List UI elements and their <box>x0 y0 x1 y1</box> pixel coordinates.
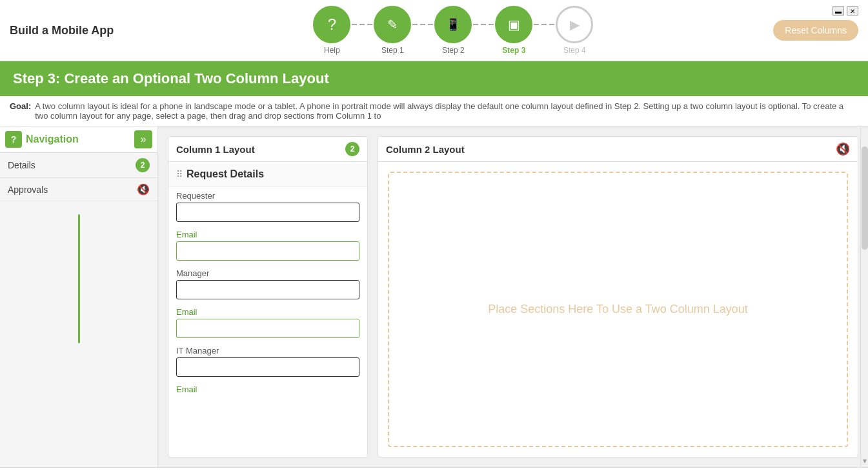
requester-label: Requester <box>176 191 359 201</box>
email2-input[interactable] <box>176 319 359 338</box>
sidebar-title: Navigation <box>26 134 130 145</box>
field-email-2: Email <box>168 303 367 342</box>
column2-title: Column 2 Layout <box>386 144 465 155</box>
email3-label: Email <box>176 385 359 394</box>
step-4[interactable]: ▶ Step 4 <box>556 6 593 55</box>
columns-wrapper: Column 1 Layout 2 ⠿ Request Details Requ… <box>158 126 868 467</box>
dash-2 <box>411 24 434 37</box>
goal-text: A two column layout is ideal for a phone… <box>35 101 858 121</box>
step-1-circle: ✎ <box>374 6 411 43</box>
step-2-circle: 📱 <box>434 6 472 43</box>
step-1[interactable]: ✎ Step 1 <box>374 6 411 55</box>
field-requester: Requester <box>168 187 367 226</box>
step-2[interactable]: 📱 Step 2 <box>434 6 472 55</box>
manager-input[interactable] <box>176 280 359 299</box>
field-email-3: Email <box>168 381 367 400</box>
manager-label: Manager <box>176 268 359 278</box>
scrollbar-track[interactable]: ▼ <box>860 126 868 467</box>
scroll-down-arrow[interactable]: ▼ <box>862 457 868 465</box>
step-3[interactable]: ▣ Step 3 <box>495 6 532 55</box>
sidebar: ? Navigation » Details 2 Approvals 🔇 <box>0 126 158 467</box>
sidebar-header: ? Navigation » <box>0 126 157 153</box>
sidebar-divider <box>78 214 80 343</box>
sidebar-details-label: Details <box>8 160 136 170</box>
sidebar-details-badge: 2 <box>136 158 150 172</box>
requester-input[interactable] <box>176 203 359 222</box>
step-help-circle: ? <box>313 6 350 43</box>
step-3-circle: ▣ <box>495 6 532 43</box>
main-content: ? Navigation » Details 2 Approvals 🔇 Col… <box>0 126 868 467</box>
step-1-label: Step 1 <box>381 46 404 55</box>
sidebar-nav-arrow[interactable]: » <box>134 130 152 148</box>
dash-1 <box>350 24 374 37</box>
content-area: Column 1 Layout 2 ⠿ Request Details Requ… <box>158 126 868 467</box>
sidebar-approvals-icon: 🔇 <box>137 183 150 195</box>
dash-4 <box>532 24 556 37</box>
section-title-row: ⠿ Request Details <box>168 162 367 187</box>
drop-area[interactable]: Place Sections Here To Use a Two Column … <box>388 172 848 447</box>
sidebar-help-badge: ? <box>5 131 22 148</box>
sidebar-approvals-label: Approvals <box>8 185 137 195</box>
field-email-1: Email <box>168 226 367 265</box>
section-name: Request Details <box>187 168 264 180</box>
step-help-label: Help <box>324 46 340 55</box>
email1-label: Email <box>176 230 359 239</box>
column1-title: Column 1 Layout <box>176 144 255 155</box>
column2-body: Place Sections Here To Use a Two Column … <box>378 162 858 457</box>
column2-layout: Column 2 Layout 🔇 Place Sections Here To… <box>378 136 858 457</box>
reset-columns-button[interactable]: Reset Columns <box>773 20 858 41</box>
email2-label: Email <box>176 307 359 317</box>
dash-3 <box>472 24 495 37</box>
field-manager: Manager <box>168 265 367 303</box>
step-header: Step 3: Create an Optional Two Column La… <box>0 61 868 96</box>
goal-label: Goal: <box>10 101 31 111</box>
it-manager-label: IT Manager <box>176 346 359 356</box>
column2-header: Column 2 Layout 🔇 <box>378 137 858 162</box>
column1-header: Column 1 Layout 2 <box>168 137 367 162</box>
wizard-steps: ? Help ✎ Step 1 📱 Step 2 ▣ Step 3 <box>133 6 773 55</box>
minimize-button[interactable]: ▬ <box>833 6 844 15</box>
goal-bar: Goal: A two column layout is ideal for a… <box>0 96 868 126</box>
step-header-title: Step 3: Create an Optional Two Column La… <box>13 70 329 86</box>
step-3-label: Step 3 <box>502 46 525 55</box>
window-controls: ▬ ✕ <box>833 6 858 15</box>
app-title: Build a Mobile App <box>10 24 114 37</box>
step-help[interactable]: ? Help <box>313 6 350 55</box>
top-bar: Build a Mobile App ? Help ✎ Step 1 📱 Ste… <box>0 0 868 61</box>
it-manager-input[interactable] <box>176 357 359 377</box>
column1-body: ⠿ Request Details Requester Email <box>168 162 367 457</box>
email1-input[interactable] <box>176 241 359 261</box>
sidebar-item-approvals[interactable]: Approvals 🔇 <box>0 178 157 201</box>
bottom-bar: Save Previous Next <box>0 467 868 471</box>
sidebar-item-details[interactable]: Details 2 <box>0 153 157 178</box>
column1-badge: 2 <box>345 142 359 156</box>
close-button[interactable]: ✕ <box>847 6 858 15</box>
step-2-label: Step 2 <box>442 46 465 55</box>
step-4-label: Step 4 <box>563 46 586 55</box>
drag-icon: ⠿ <box>176 169 183 179</box>
field-it-manager: IT Manager <box>168 342 367 381</box>
step-4-circle: ▶ <box>556 6 593 43</box>
column1-layout: Column 1 Layout 2 ⠿ Request Details Requ… <box>168 136 368 457</box>
scrollbar-thumb[interactable] <box>862 146 868 250</box>
column2-icon[interactable]: 🔇 <box>836 142 850 156</box>
